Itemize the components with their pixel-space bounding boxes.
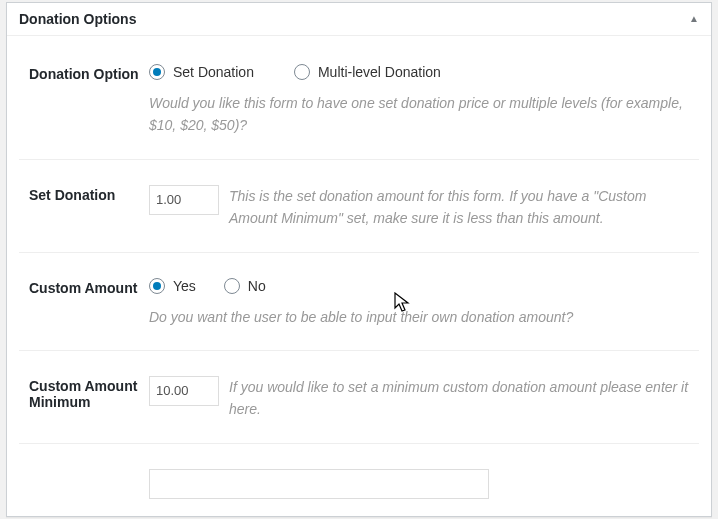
donation-option-help-text: Would you like this form to have one set… bbox=[149, 92, 689, 137]
donation-options-panel: Donation Options ▲ Donation Option Set D… bbox=[6, 2, 712, 517]
radio-label: No bbox=[248, 278, 266, 294]
donation-option-radio-group: Set Donation Multi-level Donation bbox=[149, 64, 689, 80]
radio-dot-icon bbox=[149, 64, 165, 80]
donation-option-row: Donation Option Set Donation Multi-level… bbox=[19, 36, 699, 160]
cutoff-input[interactable] bbox=[149, 469, 489, 499]
panel-body: Donation Option Set Donation Multi-level… bbox=[7, 36, 711, 517]
custom-amount-minimum-help-text: If you would like to set a minimum custo… bbox=[229, 376, 689, 421]
panel-title: Donation Options bbox=[19, 11, 136, 27]
set-donation-label: Set Donation bbox=[19, 185, 149, 203]
custom-amount-label: Custom Amount bbox=[19, 278, 149, 296]
radio-label: Multi-level Donation bbox=[318, 64, 441, 80]
custom-amount-content: Yes No Do you want the user to be able t… bbox=[149, 278, 699, 328]
radio-set-donation[interactable]: Set Donation bbox=[149, 64, 254, 80]
radio-label: Yes bbox=[173, 278, 196, 294]
collapse-toggle-icon[interactable]: ▲ bbox=[689, 14, 699, 24]
cutoff-content bbox=[149, 469, 699, 499]
cutoff-label bbox=[19, 469, 149, 471]
radio-label: Set Donation bbox=[173, 64, 254, 80]
next-row-cutoff bbox=[19, 444, 699, 517]
custom-amount-minimum-input[interactable] bbox=[149, 376, 219, 406]
radio-circle-icon bbox=[294, 64, 310, 80]
custom-amount-minimum-label: Custom Amount Minimum bbox=[19, 376, 149, 410]
custom-amount-minimum-content: If you would like to set a minimum custo… bbox=[149, 376, 699, 421]
set-donation-content: This is the set donation amount for this… bbox=[149, 185, 699, 230]
custom-amount-row: Custom Amount Yes No Do you want the use… bbox=[19, 253, 699, 351]
custom-amount-help-text: Do you want the user to be able to input… bbox=[149, 306, 689, 328]
panel-header: Donation Options ▲ bbox=[7, 3, 711, 36]
custom-amount-minimum-row: Custom Amount Minimum If you would like … bbox=[19, 351, 699, 444]
set-donation-input[interactable] bbox=[149, 185, 219, 215]
radio-circle-icon bbox=[224, 278, 240, 294]
donation-option-content: Set Donation Multi-level Donation Would … bbox=[149, 64, 699, 137]
donation-option-label: Donation Option bbox=[19, 64, 149, 82]
set-donation-row: Set Donation This is the set donation am… bbox=[19, 160, 699, 253]
radio-custom-amount-no[interactable]: No bbox=[224, 278, 266, 294]
radio-multi-level-donation[interactable]: Multi-level Donation bbox=[294, 64, 441, 80]
set-donation-help-text: This is the set donation amount for this… bbox=[229, 185, 689, 230]
radio-custom-amount-yes[interactable]: Yes bbox=[149, 278, 196, 294]
radio-dot-icon bbox=[149, 278, 165, 294]
